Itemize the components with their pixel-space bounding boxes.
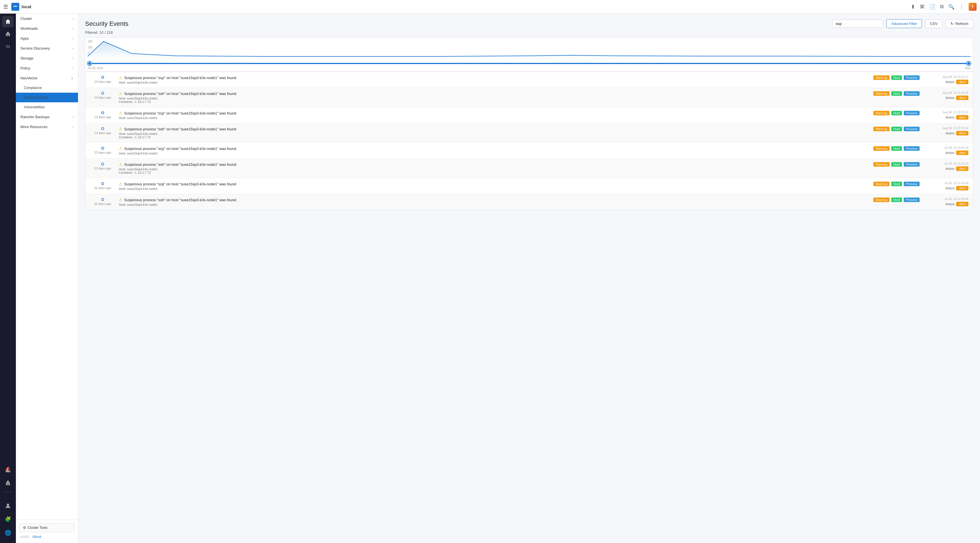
slider-track[interactable] — [92, 63, 967, 64]
more-icon[interactable]: ⋮ — [959, 4, 964, 10]
event-action: Jul 30, 24 14:31:18 Action: Alert — [923, 146, 968, 155]
sidebar-icon-building[interactable] — [2, 477, 14, 489]
sidebar-icon-sail[interactable]: ⛵ — [2, 464, 14, 475]
sidebar-icon-globe[interactable]: 🌐 — [2, 527, 14, 538]
svg-rect-9 — [8, 483, 9, 484]
event-meta: Host: suse15sp3-k3s-node1 — [119, 203, 870, 206]
refresh-button[interactable]: ↻ Refresh — [946, 19, 973, 28]
warning-icon: ⚠ — [119, 146, 123, 151]
event-meta: Host: suse15sp3-k3s-node1 — [119, 187, 870, 191]
terminal-icon[interactable]: ⌘ — [920, 4, 925, 10]
nav-item-vulnerabilities[interactable]: Vulnerabilities — [16, 102, 78, 112]
event-action: Jul 30, 24 14:30:49 Action: Alert — [923, 182, 968, 191]
upload-icon[interactable]: ⬆ — [911, 4, 915, 10]
nav-item-apps[interactable]: Apps › — [16, 33, 78, 43]
sidebar-icon-home[interactable] — [2, 16, 14, 27]
sidebar-icon-robot[interactable] — [2, 29, 14, 40]
event-meta: Host: suse15sp3-k3s-node1 — [119, 152, 870, 155]
timeline-chart: 200 100 0 — [85, 37, 973, 72]
logo-icon — [11, 3, 19, 11]
avatar[interactable]: T — [969, 3, 977, 11]
event-time-ago: 22 days ago — [94, 186, 111, 190]
nav-item-storage[interactable]: Storage › — [16, 53, 78, 63]
tag-host: Host — [891, 91, 902, 96]
event-tags: Warning Host Process — [873, 75, 920, 80]
event-body: ⚠ Suspicious process "scp" on host "suse… — [119, 75, 870, 84]
event-body: ⚠ Suspicious process "scp" on host "suse… — [119, 182, 870, 191]
event-title: ⚠ Suspicious process "ssh" on host "suse… — [119, 91, 870, 96]
sidebar-icon-c1[interactable]: C1 — [2, 41, 14, 52]
search-input[interactable] — [832, 19, 883, 28]
nav-item-more-resources[interactable]: More Resources › — [16, 122, 78, 132]
event-timeline: 22 days ago — [90, 182, 115, 190]
event-row: 22 days ago ⚠ Suspicious process "scp" o… — [85, 143, 973, 159]
event-time-ago: 13 days ago — [94, 96, 111, 99]
event-timeline: 13 days ago — [90, 127, 115, 135]
tag-process: Process — [904, 182, 920, 186]
chart-svg — [88, 40, 970, 57]
action-label: Action: — [946, 132, 955, 135]
svg-marker-11 — [88, 41, 970, 57]
nav-item-workloads[interactable]: Workloads › — [16, 24, 78, 33]
event-body: ⚠ Suspicious process "ssh" on host "suse… — [119, 127, 870, 139]
filter-info: Filtered: 10 / 218 — [85, 30, 973, 35]
event-timestamp: Jul 30, 24 14:31:18 — [944, 146, 968, 149]
search-icon[interactable]: 🔍 — [948, 4, 955, 10]
chevron-icon: › — [72, 27, 73, 30]
nav-item-compliance[interactable]: Compliance — [16, 83, 78, 93]
event-time-ago: 22 days ago — [94, 202, 111, 205]
nav-item-policy[interactable]: Policy › — [16, 63, 78, 73]
svg-point-4 — [8, 34, 10, 35]
event-body: ⚠ Suspicious process "scp" on host "suse… — [119, 146, 870, 155]
nav-item-service-discovery[interactable]: Service Discovery › — [16, 43, 78, 53]
action-badge: Alert — [956, 151, 968, 155]
event-tags: Warning Host Process — [873, 197, 920, 202]
event-time-ago: 13 days ago — [94, 80, 111, 83]
tag-process: Process — [904, 146, 920, 151]
svg-rect-6 — [6, 483, 10, 485]
action-label: Action: — [946, 80, 955, 84]
tag-process: Process — [904, 162, 920, 167]
chevron-icon: › — [72, 37, 73, 41]
cluster-tools-button[interactable]: ⚙ Cluster Tools — [19, 523, 75, 532]
nav-item-rancher-backups[interactable]: Rancher Backups › — [16, 112, 78, 122]
event-timeline: 13 days ago — [90, 91, 115, 99]
action-badge: Alert — [956, 186, 968, 191]
tag-warning: Warning — [873, 111, 889, 115]
action-label: Action: — [946, 116, 955, 119]
menu-icon[interactable]: ☰ — [3, 4, 8, 10]
tag-process: Process — [904, 197, 920, 202]
timeline-slider[interactable] — [85, 60, 973, 67]
about-link[interactable]: About — [32, 535, 41, 539]
nav-item-cluster[interactable]: Cluster › — [16, 14, 78, 24]
gear-icon: ⚙ — [23, 526, 26, 530]
sidebar-icon-puzzle[interactable]: 🧩 — [2, 513, 14, 525]
event-tags: Warning Host Process — [873, 111, 920, 115]
svg-point-10 — [7, 503, 9, 506]
event-container: Container: ⚠ 10.1.7.72 — [119, 100, 870, 104]
slider-left-handle[interactable] — [88, 62, 92, 65]
action-badge: Alert — [956, 79, 968, 84]
warning-icon: ⚠ — [119, 75, 123, 80]
event-dot — [101, 198, 104, 201]
advanced-filter-button[interactable]: Advanced Filter — [886, 19, 921, 28]
chevron-icon: › — [72, 115, 73, 119]
file-icon[interactable]: 📄 — [929, 4, 935, 10]
event-timeline: 13 days ago — [90, 75, 115, 83]
slider-right-handle[interactable] — [967, 62, 970, 65]
warning-icon: ⚠ — [119, 127, 123, 131]
event-meta: Host: suse15sp3-k3s-node1 — [119, 167, 870, 171]
event-action: Jul 30, 24 14:30:46 Action: Alert — [923, 197, 968, 206]
cluster-name: local — [22, 4, 31, 9]
event-dot — [101, 127, 104, 130]
nav-item-neuvector[interactable]: NeuVector ∨ — [16, 73, 78, 83]
event-meta: Host: suse15sp3-k3s-node1 — [119, 132, 870, 135]
csv-button[interactable]: CSV — [925, 19, 943, 28]
sidebar-icon-user[interactable] — [2, 500, 14, 511]
event-timestamp: Jul 30, 24 14:31:15 — [944, 162, 968, 165]
nav-item-security-events[interactable]: Security Events — [16, 93, 78, 102]
tag-warning: Warning — [873, 91, 889, 96]
copy-icon[interactable]: ⧉ — [940, 4, 944, 10]
event-tags: Warning Host Process — [873, 91, 920, 96]
topbar: ☰ local ⬆ ⌘ 📄 ⧉ 🔍 ⋮ T — [0, 0, 980, 14]
